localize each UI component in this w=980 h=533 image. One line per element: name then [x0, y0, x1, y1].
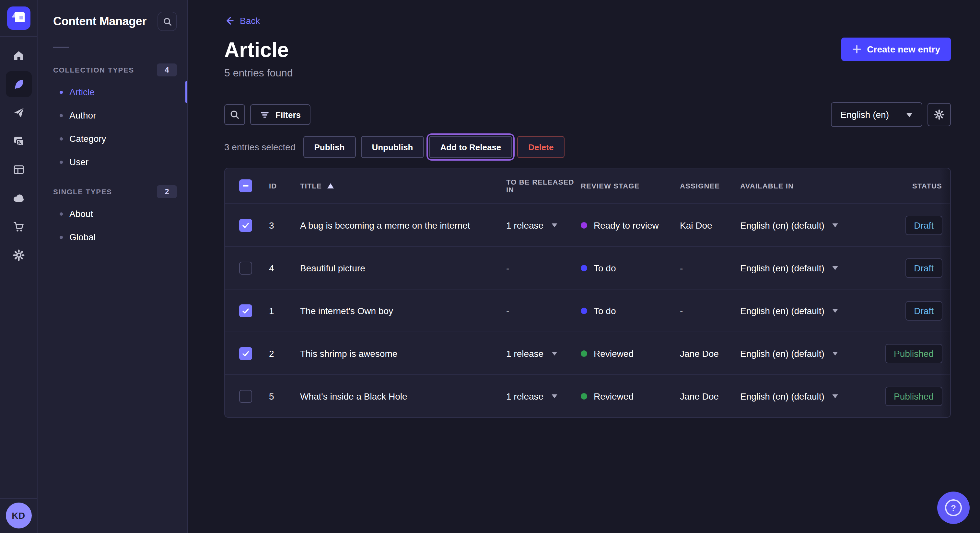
col-header-review-stage[interactable]: REVIEW STAGE	[581, 182, 680, 190]
publish-button[interactable]: Publish	[303, 136, 355, 158]
select-all-checkbox[interactable]	[239, 179, 252, 192]
content-type-builder-icon[interactable]	[5, 157, 32, 182]
sidebar-item-user[interactable]: User	[38, 150, 187, 174]
main-nav-rail: KD	[0, 0, 38, 533]
cell-title: This shrimp is awesome	[300, 348, 506, 359]
releases-send-icon[interactable]	[5, 100, 32, 125]
home-icon[interactable]	[5, 43, 32, 69]
rail-divider	[0, 36, 37, 37]
col-header-title[interactable]: TITLE	[300, 182, 506, 190]
bullet-icon	[60, 90, 63, 94]
unpublish-button[interactable]: Unpublish	[361, 136, 424, 158]
delete-button[interactable]: Delete	[517, 136, 565, 158]
col-header-status[interactable]: STATUS	[885, 182, 950, 190]
table-row[interactable]: 1 The internet's Own boy - To do - Engli…	[225, 289, 950, 332]
cell-assignee: Jane Doe	[680, 391, 740, 401]
gear-icon	[933, 109, 945, 121]
cell-id: 3	[269, 220, 300, 230]
row-checkbox[interactable]	[239, 219, 252, 232]
cell-assignee: -	[680, 305, 740, 316]
col-header-release[interactable]: TO BE RELEASED IN	[506, 178, 581, 194]
cloud-icon[interactable]	[5, 185, 32, 211]
create-new-entry-button[interactable]: Create new entry	[841, 38, 950, 61]
sidebar-search-button[interactable]	[158, 12, 177, 31]
chevron-down-icon	[906, 113, 912, 117]
view-settings-button[interactable]	[927, 103, 950, 126]
bullet-icon	[60, 160, 63, 163]
cell-title: What's inside a Black Hole	[300, 391, 506, 401]
content-manager-sidebar: Content Manager COLLECTION TYPES 4 Artic…	[38, 0, 188, 533]
bullet-icon	[60, 137, 63, 140]
chevron-down-icon[interactable]	[551, 394, 557, 398]
marketplace-cart-icon[interactable]	[5, 214, 32, 240]
table-row[interactable]: 2 This shrimp is awesome 1 release Revie…	[225, 332, 950, 374]
section-label: SINGLE TYPES	[53, 188, 112, 195]
cell-review-stage: Reviewed	[581, 391, 680, 401]
cell-available-in: English (en) (default)	[740, 220, 885, 230]
cell-title: The internet's Own boy	[300, 305, 506, 316]
chevron-down-icon[interactable]	[832, 394, 838, 398]
settings-gear-icon[interactable]	[5, 242, 32, 268]
sidebar-item-label: Global	[69, 232, 95, 242]
chevron-down-icon[interactable]	[832, 309, 838, 313]
review-stage-dot	[581, 222, 587, 228]
plus-icon	[851, 44, 862, 54]
status-badge: Draft	[905, 215, 942, 235]
entries-table: ID TITLE TO BE RELEASED IN REVIEW STAGE …	[224, 168, 950, 418]
chevron-down-icon[interactable]	[832, 266, 838, 270]
chevron-down-icon[interactable]	[832, 223, 838, 227]
cell-review-stage: Ready to review	[581, 220, 680, 230]
cell-release: -	[506, 263, 581, 273]
chevron-down-icon[interactable]	[832, 351, 838, 355]
cell-available-in: English (en) (default)	[740, 391, 885, 401]
back-link[interactable]: Back	[224, 16, 260, 26]
cell-id: 5	[269, 391, 300, 401]
bullet-icon	[60, 212, 63, 215]
strapi-logo[interactable]	[7, 6, 30, 30]
sidebar-item-category[interactable]: Category	[38, 127, 187, 150]
chevron-down-icon[interactable]	[551, 223, 557, 227]
col-header-id[interactable]: ID	[269, 182, 300, 190]
row-checkbox[interactable]	[239, 261, 252, 274]
col-header-available-in[interactable]: AVAILABLE IN	[740, 182, 885, 190]
avatar[interactable]: KD	[5, 503, 32, 528]
col-header-assignee[interactable]: ASSIGNEE	[680, 182, 740, 190]
table-row[interactable]: 4 Beautiful picture - To do - English (e…	[225, 246, 950, 289]
cell-review-stage: To do	[581, 263, 680, 273]
sidebar-item-global[interactable]: Global	[38, 225, 187, 249]
filters-button[interactable]: Filters	[250, 104, 310, 125]
content-manager-feather-icon[interactable]	[5, 71, 32, 97]
question-mark-icon: ?	[945, 499, 962, 516]
sort-asc-icon	[327, 183, 334, 189]
cell-title: A bug is becoming a meme on the internet	[300, 220, 506, 230]
entries-count: 5 entries found	[224, 66, 950, 80]
bullet-icon	[60, 114, 63, 117]
sidebar-item-article[interactable]: Article	[38, 80, 187, 104]
sidebar-item-about[interactable]: About	[38, 202, 187, 225]
add-to-release-button[interactable]: Add to Release	[429, 136, 512, 158]
filter-icon	[260, 110, 270, 119]
status-badge: Published	[885, 344, 942, 363]
help-button[interactable]: ?	[937, 492, 970, 524]
section-count-badge: 4	[157, 63, 177, 76]
locale-select[interactable]: English (en)	[831, 102, 922, 127]
sidebar-item-author[interactable]: Author	[38, 104, 187, 127]
sidebar-divider	[53, 47, 69, 48]
search-icon	[229, 109, 240, 120]
row-checkbox[interactable]	[239, 347, 252, 360]
table-row[interactable]: 5 What's inside a Black Hole 1 release R…	[225, 374, 950, 417]
row-checkbox[interactable]	[239, 390, 252, 403]
cell-available-in: English (en) (default)	[740, 348, 885, 359]
sidebar-item-label: Article	[69, 87, 95, 97]
review-stage-dot	[581, 307, 587, 314]
review-stage-dot	[581, 393, 587, 399]
cell-available-in: English (en) (default)	[740, 263, 885, 273]
status-badge: Published	[885, 386, 942, 406]
table-search-button[interactable]	[224, 104, 245, 125]
cell-title: Beautiful picture	[300, 263, 506, 273]
chevron-down-icon[interactable]	[551, 351, 557, 355]
media-library-icon[interactable]	[5, 128, 32, 154]
row-checkbox[interactable]	[239, 304, 252, 317]
table-row[interactable]: 3 A bug is becoming a meme on the intern…	[225, 203, 950, 246]
review-stage-dot	[581, 350, 587, 357]
